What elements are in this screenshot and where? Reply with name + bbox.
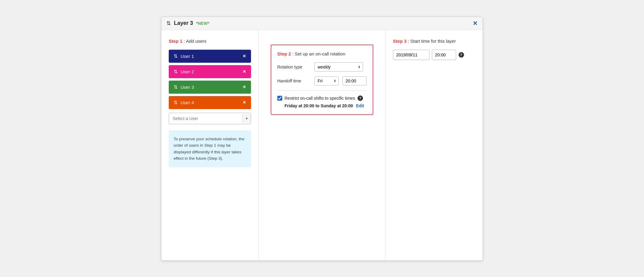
info-box: To preserve your schedule rotation, the … (169, 130, 251, 167)
rotation-type-label: Rotation type (277, 65, 311, 69)
remove-user-4-button[interactable]: ✕ (242, 100, 246, 105)
main-window: ⇅ Layer 3 *NEW* ✕ Step 1 : Add users ⇅ U… (161, 17, 483, 261)
user-name: User 4 (181, 100, 194, 105)
handoff-day-select-wrapper: Fri Sun Mon Tue Wed Thu Sat (314, 76, 339, 85)
step2-label: Step 2 (277, 51, 291, 56)
step3-title: : Start time for this layer (408, 38, 456, 44)
remove-user-3-button[interactable]: ✕ (242, 85, 246, 89)
help-icon[interactable]: ? (358, 95, 363, 101)
rotation-type-select-wrapper: weekly daily custom (314, 62, 363, 72)
step3-help-icon[interactable]: ? (459, 52, 464, 58)
user-name: User 1 (181, 54, 194, 59)
title-bar-left: ⇅ Layer 3 *NEW* (166, 20, 209, 27)
step2-header: Step 2 : Set up an on-call rotation (277, 51, 367, 56)
edit-link[interactable]: Edit (356, 103, 364, 108)
user-list: ⇅ User 1 ✕ ⇅ User 2 ✕ ⇅ (169, 50, 251, 109)
step1-label: Step 1 (169, 38, 182, 44)
title-bar: ⇅ Layer 3 *NEW* ✕ (161, 17, 483, 30)
step3-header: Step 3 : Start time for this layer (393, 38, 476, 44)
step2-bordered-panel: Step 2 : Set up an on-call rotation Rota… (271, 45, 373, 115)
step1-title: : Add users (184, 38, 206, 44)
window-title: Layer 3 (174, 20, 193, 26)
restrict-checkbox[interactable] (277, 96, 282, 101)
sort-icon: ⇅ (166, 20, 171, 27)
step3-label: Step 3 (393, 38, 407, 44)
drag-handle-icon: ⇅ (174, 84, 178, 90)
user-item[interactable]: ⇅ User 2 ✕ (169, 65, 251, 78)
restrict-time-row: Friday at 20:00 to Sunday at 20:00 Edit (277, 103, 367, 108)
info-box-text: To preserve your schedule rotation, the … (174, 136, 246, 162)
remove-user-2-button[interactable]: ✕ (242, 69, 246, 74)
user-item-left: ⇅ User 1 (174, 53, 194, 59)
restrict-row: Restrict on-call shifts to specific time… (277, 95, 367, 101)
date-time-row: ? (393, 50, 476, 60)
step3-panel: Step 3 : Start time for this layer ? (386, 30, 483, 260)
section-divider (277, 90, 367, 91)
handoff-time-input[interactable] (342, 76, 367, 85)
user-item[interactable]: ⇅ User 4 ✕ (169, 96, 251, 109)
rotation-type-row: Rotation type weekly daily custom (277, 62, 367, 72)
select-user-wrapper[interactable]: ▾ (169, 113, 251, 124)
new-badge: *NEW* (196, 21, 209, 26)
content-area: Step 1 : Add users ⇅ User 1 ✕ ⇅ User 2 (161, 30, 483, 260)
user-item-left: ⇅ User 2 (174, 69, 194, 75)
time-input[interactable] (432, 50, 456, 60)
user-item[interactable]: ⇅ User 3 ✕ (169, 81, 251, 94)
select-user-input[interactable] (169, 113, 242, 124)
rotation-type-select[interactable]: weekly daily custom (314, 62, 363, 72)
date-input[interactable] (393, 50, 429, 60)
drag-handle-icon: ⇅ (174, 100, 178, 105)
user-item-left: ⇅ User 3 (174, 84, 194, 90)
user-item-left: ⇅ User 4 (174, 100, 194, 105)
remove-user-1-button[interactable]: ✕ (242, 54, 246, 58)
close-button[interactable]: ✕ (473, 20, 478, 26)
step1-panel: Step 1 : Add users ⇅ User 1 ✕ ⇅ User 2 (161, 30, 259, 260)
drag-handle-icon: ⇅ (174, 53, 178, 59)
user-item[interactable]: ⇅ User 1 ✕ (169, 50, 251, 63)
handoff-time-label: Handoff time (277, 78, 311, 83)
restrict-label: Restrict on-call shifts to specific time… (285, 96, 355, 101)
step2-panel: Step 2 : Set up an on-call rotation Rota… (259, 30, 386, 260)
drag-handle-icon: ⇅ (174, 69, 178, 75)
dropdown-arrow-icon[interactable]: ▾ (242, 114, 251, 123)
step2-title: : Set up an on-call rotation (292, 51, 345, 56)
step1-header: Step 1 : Add users (169, 38, 251, 44)
handoff-time-row: Handoff time Fri Sun Mon Tue Wed Thu Sat (277, 76, 367, 85)
user-name: User 3 (181, 85, 194, 90)
handoff-day-select[interactable]: Fri Sun Mon Tue Wed Thu Sat (314, 76, 339, 85)
user-name: User 2 (181, 69, 194, 74)
restrict-time-text: Friday at 20:00 to Sunday at 20:00 (285, 103, 353, 108)
